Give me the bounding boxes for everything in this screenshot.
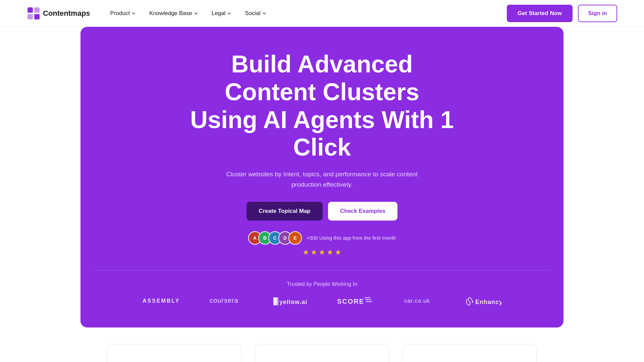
- signin-button[interactable]: Sign in: [578, 5, 617, 22]
- svg-text:yellow.ai: yellow.ai: [279, 299, 307, 305]
- navbar-left: Contentmaps Product Knowledge Base Legal…: [27, 7, 267, 20]
- star-3: ★: [319, 248, 325, 257]
- hero-section: Build Advanced Content Clusters Using AI…: [80, 27, 564, 327]
- chevron-down-icon: [131, 11, 136, 16]
- avatar: E: [288, 231, 302, 245]
- navbar: Contentmaps Product Knowledge Base Legal…: [0, 0, 644, 27]
- check-examples-button[interactable]: Check Examples: [328, 202, 397, 221]
- nav-knowledge-base[interactable]: Knowledge Base: [149, 10, 198, 17]
- svg-rect-7: [275, 297, 278, 305]
- svg-rect-2: [28, 14, 33, 19]
- hero-buttons: Create Topical Map Check Examples: [94, 202, 550, 221]
- logo-text: Contentmaps: [43, 9, 90, 18]
- stats-section: +500 Smart Marketers Using It #1 Content…: [0, 327, 644, 362]
- trusted-section: Trusted by People Working In ASSEMBLY co…: [94, 270, 550, 307]
- social-proof: A B C D E +500 Using this app from the f…: [94, 231, 550, 245]
- brand-assembly: ASSEMBLY: [143, 297, 183, 306]
- chevron-down-icon: [227, 11, 231, 16]
- svg-text:car.co.uk: car.co.uk: [404, 298, 430, 304]
- brand-logos: ASSEMBLY coursera yellow.ai SCORE: [94, 295, 550, 307]
- trusted-label: Trusted by People Working In: [94, 281, 550, 287]
- logo[interactable]: Contentmaps: [27, 7, 90, 20]
- navbar-right: Get Started Now Sign in: [507, 5, 617, 22]
- star-rating: ★ ★ ★ ★ ★: [94, 248, 550, 257]
- star-4: ★: [327, 248, 333, 257]
- nav-product[interactable]: Product: [110, 10, 136, 17]
- nav-links: Product Knowledge Base Legal Social: [110, 10, 267, 17]
- social-proof-text: +500 Using this app from the first month: [307, 235, 396, 241]
- stat-card-marketers: +500 Smart Marketers Using It: [107, 344, 241, 362]
- nav-social[interactable]: Social: [245, 10, 266, 17]
- star-5: ★: [335, 248, 341, 257]
- svg-rect-3: [34, 14, 40, 19]
- star-1: ★: [303, 248, 309, 257]
- hero-headline: Build Advanced Content Clusters Using AI…: [188, 50, 456, 161]
- get-started-button[interactable]: Get Started Now: [507, 5, 573, 22]
- star-2: ★: [311, 248, 317, 257]
- svg-text:ASSEMBLY: ASSEMBLY: [143, 298, 180, 304]
- nav-legal[interactable]: Legal: [212, 10, 232, 17]
- stat-card-projects: +3000 Generated Projects: [402, 344, 537, 362]
- svg-rect-0: [28, 7, 33, 13]
- brand-enhancy: Enhancy: [465, 295, 501, 307]
- logo-icon: [27, 7, 40, 20]
- svg-text:coursera: coursera: [210, 297, 238, 304]
- brand-coursera: coursera: [210, 296, 247, 306]
- svg-text:Enhancy: Enhancy: [475, 299, 501, 305]
- brand-carcouk: car.co.uk: [404, 296, 438, 306]
- brand-yellow-ai: yellow.ai: [273, 297, 310, 306]
- svg-text:SCORE: SCORE: [337, 298, 364, 305]
- hero-subtext: Cluster websites by Intent, topics, and …: [225, 169, 419, 190]
- svg-rect-1: [34, 7, 40, 13]
- avatar-group: A B C D E: [248, 231, 302, 245]
- chevron-down-icon: [194, 11, 198, 16]
- stat-card-tool: #1 Content Clusering Tool: [255, 344, 389, 362]
- chevron-down-icon: [262, 11, 267, 16]
- brand-score: SCORE: [337, 296, 377, 306]
- create-topical-map-button[interactable]: Create Topical Map: [247, 202, 323, 221]
